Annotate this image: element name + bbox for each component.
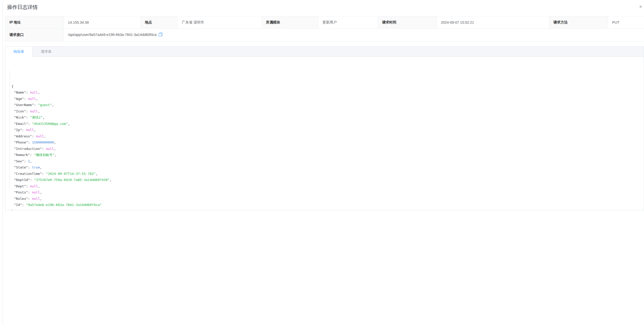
drawer-header: 操作日志详情 × bbox=[5, 0, 644, 14]
close-icon[interactable]: × bbox=[639, 4, 644, 9]
api-path: /api/app/user/9a57a4e8-e196-663a-7841-3a… bbox=[68, 33, 157, 37]
json-content: {"Name": null,"Age": null,"UserName": "g… bbox=[5, 57, 644, 210]
log-details-table: IP 地址 14.155.34.58 地点 广东省 深圳市 所属模块 更新用户 … bbox=[5, 16, 644, 41]
field-value-module: 更新用户 bbox=[318, 16, 378, 29]
copy-document-icon[interactable] bbox=[159, 32, 163, 37]
tab-request-body[interactable]: 请求体 bbox=[33, 47, 60, 57]
field-value-method: PUT bbox=[608, 16, 644, 29]
field-value-ip: 14.155.34.58 bbox=[64, 16, 141, 29]
field-label-ip: IP 地址 bbox=[5, 16, 64, 29]
field-label-module: 所属模块 bbox=[262, 16, 318, 29]
body-tabs-card: 响应体 请求体 {"Name": null,"Age": null,"UserN… bbox=[5, 46, 644, 210]
log-detail-drawer: 操作日志详情 × IP 地址 14.155.34.58 地点 广东省 深圳市 所… bbox=[3, 0, 644, 325]
field-value-time: 2024-09-07 15:02:21 bbox=[437, 16, 549, 29]
indent-guide bbox=[10, 71, 10, 189]
tab-header: 响应体 请求体 bbox=[5, 47, 644, 57]
field-label-method: 请求方法 bbox=[549, 16, 608, 29]
field-label-time: 请求时间 bbox=[378, 16, 437, 29]
field-value-api: /api/app/user/9a57a4e8-e196-663a-7841-3a… bbox=[64, 29, 644, 41]
field-value-location: 广东省 深圳市 bbox=[178, 16, 262, 29]
field-label-location: 地点 bbox=[141, 16, 178, 29]
tab-response-body[interactable]: 响应体 bbox=[5, 47, 33, 57]
field-label-api: 请求接口 bbox=[5, 29, 64, 41]
table-row: 请求接口 /api/app/user/9a57a4e8-e196-663a-78… bbox=[5, 29, 644, 41]
page-title: 操作日志详情 bbox=[7, 4, 38, 11]
json-viewer: {"Name": null,"Age": null,"UserName": "g… bbox=[5, 57, 644, 210]
table-row: IP 地址 14.155.34.58 地点 广东省 深圳市 所属模块 更新用户 … bbox=[5, 16, 644, 29]
